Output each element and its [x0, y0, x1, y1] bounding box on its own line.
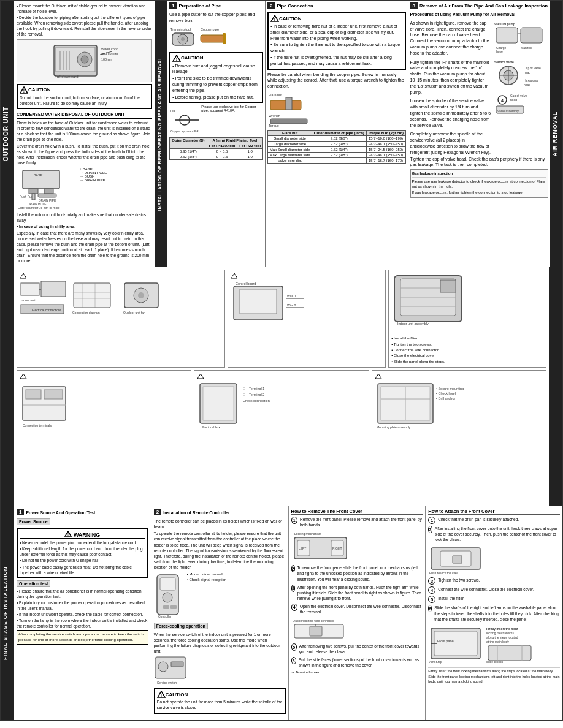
- gas-inspection-extra: If gas leakage occurs, further tighten t…: [412, 190, 547, 195]
- drain-label-pipe: → DRAIN PIPE: [80, 178, 152, 182]
- svg-text:!: !: [161, 693, 162, 697]
- svg-point-134: [158, 662, 168, 672]
- remove-step-1-number: 1: [291, 517, 298, 524]
- pipe-conn-caution-header: ! CAUTION: [270, 15, 403, 22]
- push-lock-diagram: Push to lock the claw: [428, 545, 560, 576]
- middle-panels-wrapper: Indoor unit Electrical connections Conne…: [14, 267, 549, 506]
- attach-step-2: 2 After installing the front cover onto …: [428, 526, 560, 543]
- svg-text:along the steps located: along the steps located: [486, 635, 518, 639]
- attach-step-4: 4 Connect the wire connector. Close the …: [428, 586, 560, 594]
- svg-text:BASE: BASE: [34, 173, 43, 177]
- torque-cell-3-torque: 15.7~24.5 (160~250): [366, 146, 405, 152]
- svg-rect-162: [488, 645, 531, 661]
- panel-3-bullets: • Install the filter. • Tighten the two …: [391, 336, 543, 364]
- pipe-conn-caution-1: • In case of removing flare nut of a ind…: [270, 23, 403, 41]
- svg-text:Indoor unit: Indoor unit: [21, 298, 36, 302]
- svg-text:head: head: [524, 83, 530, 86]
- panel-1-triangle-icon: [20, 273, 27, 279]
- cell-r22-1: 1.0: [237, 149, 263, 154]
- panel-3-bullet-4: • Close the electrical cover.: [391, 353, 543, 358]
- svg-text:• Secure mounting: • Secure mounting: [436, 387, 464, 390]
- remove-step-5-number: 5: [291, 643, 297, 651]
- svg-rect-71: [41, 281, 66, 297]
- svg-text:□: □: [243, 393, 245, 396]
- panel-2-svg: Control board Wire 1 Wire 2: [231, 280, 310, 341]
- warning-triangle-icon: !: [64, 531, 72, 537]
- middle-panel-6: Mounting plate assembly • Secure mountin…: [372, 370, 546, 433]
- attach-step-5: 5 Install the filter.: [428, 596, 560, 603]
- panel-4-triangle-icon: [20, 373, 27, 379]
- svg-rect-131: [170, 605, 177, 609]
- outdoor-bullet-2: • Decide the location for piping after s…: [17, 15, 152, 37]
- pipe-prep-number: 1: [169, 2, 177, 9]
- front-cover-attach-title: How to Attach the Front Cover: [428, 509, 560, 515]
- svg-marker-116: [375, 374, 381, 379]
- remove-step-3-number: 3: [291, 585, 295, 592]
- flare-nut-svg: Dia. Copper apparent R410A: [169, 105, 199, 135]
- panel-4-svg: Connection terminals: [20, 381, 81, 430]
- air-removal-number: 3: [410, 2, 418, 9]
- svg-text:Dia.: Dia.: [170, 109, 176, 113]
- gas-inspection-text: Please use gas leakage detector to check…: [412, 179, 547, 189]
- svg-rect-154: [434, 631, 477, 656]
- cell-r410a-1: 0 ~ 0.5: [207, 149, 237, 154]
- torque-cell-5-torque: 15.7~16.7 (160~170): [366, 157, 405, 163]
- outdoor-bullet-1: • Please mount the Outdoor unit of stabl…: [17, 3, 152, 14]
- middle-panel-5: Electrical box □ Terminal 1 □ Terminal 2…: [194, 370, 369, 433]
- top-section: OUTDOOR UNIT • Please mount the Outdoor …: [0, 0, 563, 267]
- svg-text:Hexagonal: Hexagonal: [524, 78, 538, 82]
- svg-rect-76: [74, 283, 110, 308]
- pipe-caution-header: ! CAUTION: [172, 55, 260, 62]
- bottom-content: 1 Power Source And Operation Test Power …: [14, 506, 562, 720]
- drain-labels: ↑ BASE → DRAIN HOLE → BUSH → DRAIN PIPE: [80, 167, 152, 210]
- svg-text:Wire 1: Wire 1: [287, 294, 296, 298]
- svg-text:!: !: [274, 17, 275, 21]
- remove-step-3-text: After opening the front panel by both ha…: [297, 585, 423, 601]
- attach-step-5-text: Install the filter.: [438, 596, 464, 601]
- remove-step-4-text: Open the electrical cover. Disconnect th…: [300, 604, 423, 615]
- pipe-conn-caution-box: ! CAUTION • In case of removing flare nu…: [267, 12, 406, 70]
- svg-text:Flare nut: Flare nut: [269, 93, 282, 97]
- svg-text:Cap of valve: Cap of valve: [524, 66, 541, 70]
- exclusive-tool-note: Please use exclusive tool for Copper pip…: [201, 105, 263, 112]
- panel-2-header: [231, 273, 383, 279]
- panel-3-svg: Indoor unit assembly: [391, 273, 471, 334]
- svg-marker-43: [286, 97, 292, 110]
- torque-header-nut: Flare nut: [268, 130, 312, 135]
- attach-step-1-number: 1: [428, 517, 435, 524]
- svg-text:• Drill anchor: • Drill anchor: [436, 396, 455, 400]
- gas-inspection-title: Gas leakage inspection: [412, 171, 547, 177]
- power-source-subsection-title: Power Source: [17, 518, 50, 525]
- front-cover-remove-title: How to Remove The Front Cover: [291, 509, 423, 515]
- remote-note-2: • Check signal reception: [187, 577, 286, 582]
- op-test-bullet-1: • Please ensure that the air conditioner…: [17, 588, 148, 599]
- pipe-prep-title: Preparation of Pipe: [178, 3, 221, 9]
- svg-text:Outdoor unit fan: Outdoor unit fan: [123, 311, 145, 314]
- svg-text:Connection terminals: Connection terminals: [23, 423, 52, 427]
- attach-note-front-panel: Firmly insert the front locking mechanis…: [428, 669, 560, 674]
- svg-text:head: head: [510, 98, 517, 102]
- svg-text:Check connection: Check connection: [243, 399, 270, 403]
- locking-diagram: Locking mechanism LEFT RIGHT: [291, 530, 423, 564]
- remove-step-4-number: 4: [291, 604, 298, 611]
- remove-step-6: 6 Pull the side faces (lower sections) o…: [291, 657, 423, 669]
- attach-step-6: 6 Slide the shafts of the right and left…: [428, 605, 560, 622]
- table-header-rigid: A (mm) Rigid Flaring Tool: [207, 138, 262, 143]
- remove-step-4: 4 Open the electrical cover. Disconnect …: [291, 604, 423, 615]
- pipe-prep-header: 1 Preparation of Pipe: [169, 2, 263, 10]
- remote-controller-notes: • Mount holder on wall • Check signal re…: [187, 572, 286, 621]
- installation-pipes-label: INSTALLATION OF REFRIGERATING PIPES AND …: [155, 1, 167, 267]
- torque-cell-2-nut: Large diameter side: [268, 141, 312, 146]
- svg-text:RIGHT: RIGHT: [332, 547, 342, 550]
- svg-rect-103: [26, 390, 41, 399]
- torque-diagram: Flare nut Wrench Torque: [267, 91, 406, 128]
- cell-diameter-1: 6.35 (1/4"): [170, 149, 207, 154]
- flare-nut-diagram-row: Dia. Copper apparent R410A Please use ex…: [169, 105, 263, 135]
- svg-text:Controller: Controller: [158, 615, 172, 618]
- svg-text:Valve assembly: Valve assembly: [497, 109, 519, 113]
- svg-text:Indoor unit assembly: Indoor unit assembly: [397, 322, 429, 325]
- air-removal-col: 3 Remove of Air From The Pipe And Gas Le…: [408, 1, 551, 267]
- remote-note-1: • Mount holder on wall: [187, 572, 286, 577]
- warning-bullet-4: • The power cable easily generates heat.…: [20, 564, 145, 575]
- chilly-text: Especially, in case that there are many …: [17, 230, 152, 264]
